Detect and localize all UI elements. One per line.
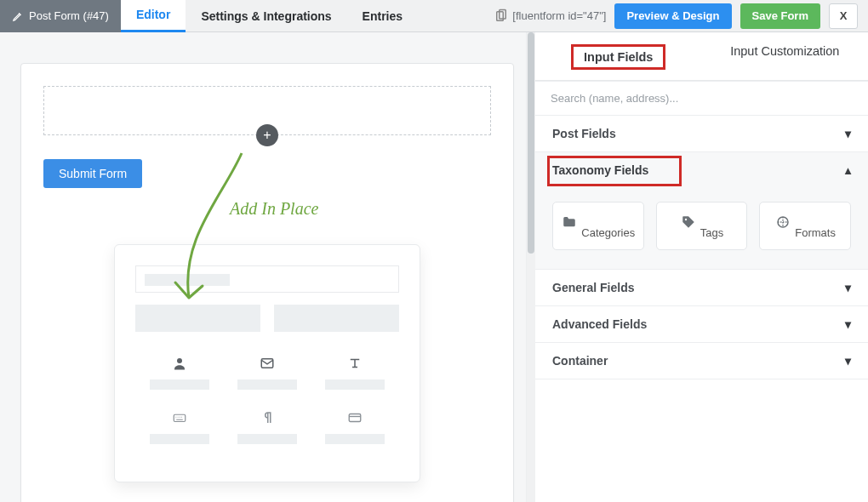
sidebar-scrollbar[interactable] <box>527 32 535 502</box>
chevron-down-icon: ▾ <box>845 127 851 140</box>
accordion-post-fields[interactable]: Post Fields ▾ <box>535 116 868 152</box>
sidebar-tab-input-fields[interactable]: Input Fields <box>535 32 702 80</box>
placeholder-label <box>150 379 209 390</box>
placeholder-label <box>325 434 385 444</box>
field-preview-card <box>114 244 420 482</box>
main-tabs: Editor Settings & Integrations Entries <box>121 0 418 32</box>
accordion-label: General Fields <box>552 281 634 294</box>
svg-point-2 <box>177 358 182 363</box>
svg-point-6 <box>685 219 687 220</box>
form-canvas-area: + Submit Form <box>0 32 534 502</box>
form-title: Post Form (#47) <box>0 0 121 32</box>
accordion-label: Advanced Fields <box>552 317 647 331</box>
save-form-button[interactable]: Save Form <box>740 3 820 29</box>
add-in-place-hint: Add In Place <box>230 199 318 219</box>
close-button[interactable]: X <box>829 3 858 29</box>
placeholder-label <box>150 434 209 444</box>
placeholder-label <box>237 434 297 444</box>
field-label: Formats <box>795 226 836 239</box>
field-tags[interactable]: Tags <box>656 202 748 250</box>
chevron-down-icon: ▾ <box>845 317 851 331</box>
field-formats[interactable]: Formats <box>759 202 851 250</box>
format-icon <box>774 214 791 230</box>
shortcode-text: [fluentform id="47"] <box>512 9 606 22</box>
accordion-label: Post Fields <box>552 127 616 140</box>
placeholder-bar <box>135 305 260 332</box>
accordion-label: Container <box>552 354 608 368</box>
shortcode-display[interactable]: [fluentform id="47"] <box>494 9 606 24</box>
search-input[interactable]: Search (name, address)... <box>535 81 868 116</box>
folder-icon <box>561 214 578 230</box>
chevron-down-icon: ▾ <box>845 281 851 294</box>
sidebar: Input Fields Input Customization Search … <box>534 32 868 502</box>
tab-editor[interactable]: Editor <box>121 0 186 32</box>
drop-zone[interactable]: + <box>43 86 491 135</box>
accordion-general-fields[interactable]: General Fields ▾ <box>535 270 868 306</box>
highlight-input-fields: Input Fields <box>571 44 665 70</box>
chevron-up-icon: ▴ <box>845 163 851 177</box>
svg-rect-4 <box>174 414 186 421</box>
field-label: Categories <box>581 226 635 239</box>
svg-rect-5 <box>350 414 362 422</box>
sidebar-tab-input-customization[interactable]: Input Customization <box>702 32 869 80</box>
field-label: Tags <box>700 226 723 239</box>
chevron-down-icon: ▾ <box>845 354 851 368</box>
preview-design-button[interactable]: Preview & Design <box>614 3 731 29</box>
copy-icon <box>494 9 509 24</box>
form-canvas[interactable]: + Submit Form <box>20 63 514 502</box>
tab-entries[interactable]: Entries <box>347 0 418 32</box>
paragraph-icon <box>259 410 276 425</box>
add-field-button[interactable]: + <box>256 124 278 146</box>
mail-icon <box>259 356 276 371</box>
pencil-icon <box>12 10 24 22</box>
tag-icon <box>680 214 697 230</box>
accordion-advanced-fields[interactable]: Advanced Fields ▾ <box>535 306 868 343</box>
user-icon <box>171 356 188 371</box>
keyboard-icon <box>171 410 188 425</box>
text-icon <box>346 356 363 371</box>
field-categories[interactable]: Categories <box>552 202 644 250</box>
accordion-taxonomy-fields[interactable]: Taxonomy Fields ▴ Categories Tags Format… <box>535 152 868 270</box>
accordion-container[interactable]: Container ▾ <box>535 343 868 379</box>
accordion-label: Taxonomy Fields <box>552 163 648 177</box>
placeholder-bar <box>274 305 399 332</box>
tab-settings[interactable]: Settings & Integrations <box>186 0 346 32</box>
submit-form-button[interactable]: Submit Form <box>43 159 142 188</box>
placeholder-input <box>135 265 399 293</box>
card-icon <box>346 410 363 425</box>
search-placeholder: Search (name, address)... <box>551 92 678 105</box>
placeholder-label <box>325 379 385 390</box>
form-title-text: Post Form (#47) <box>29 9 109 22</box>
placeholder-label <box>237 379 297 390</box>
